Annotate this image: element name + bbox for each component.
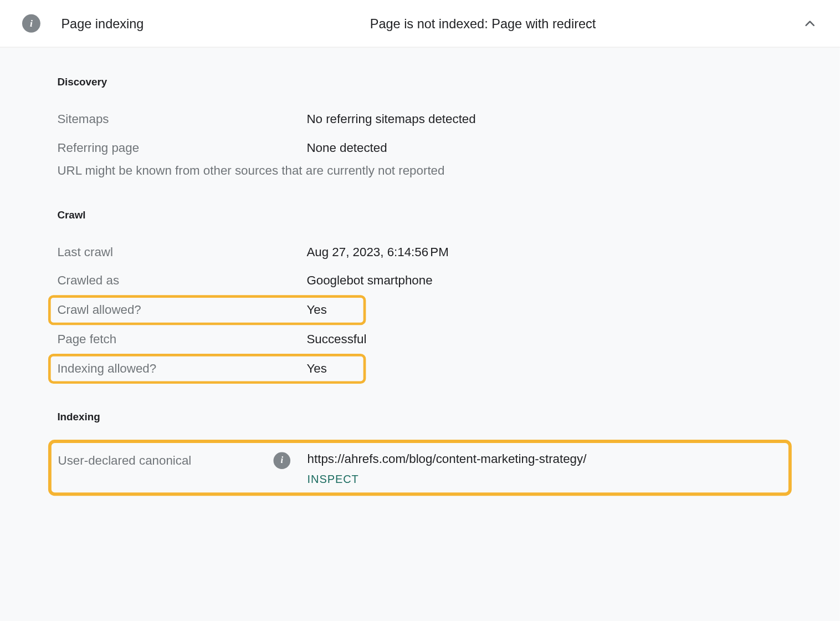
last-crawl-row: Last crawl Aug 27, 2023, 6:14:56 PM: [57, 238, 782, 267]
user-declared-canonical-row: User-declared canonical i https://ahrefs…: [48, 440, 792, 496]
info-icon: i: [22, 14, 40, 33]
crawl-allowed-label: Crawl allowed?: [57, 303, 306, 317]
sitemaps-value: No referring sitemaps detected: [306, 112, 475, 126]
referring-page-row: Referring page None detected: [57, 134, 782, 162]
last-crawl-label: Last crawl: [57, 245, 306, 259]
referring-page-value: None detected: [306, 141, 387, 155]
crawled-as-value: Googlebot smartphone: [306, 273, 432, 288]
crawled-as-row: Crawled as Googlebot smartphone: [57, 267, 782, 296]
indexing-allowed-label: Indexing allowed?: [57, 362, 306, 376]
crawled-as-label: Crawled as: [57, 273, 306, 288]
last-crawl-value: Aug 27, 2023, 6:14:56 PM: [306, 245, 448, 259]
info-icon[interactable]: i: [273, 452, 290, 469]
indexing-allowed-value: Yes: [306, 362, 326, 376]
indexing-allowed-row: Indexing allowed? Yes: [48, 354, 366, 384]
canonical-url: https://ahrefs.com/blog/content-marketin…: [308, 450, 587, 473]
discovery-heading: Discovery: [57, 76, 782, 88]
canonical-label: User-declared canonical: [58, 454, 192, 468]
page-fetch-value: Successful: [306, 332, 366, 347]
indexing-heading: Indexing: [57, 411, 782, 423]
crawl-heading: Crawl: [57, 209, 782, 221]
header-title: Page indexing: [61, 16, 370, 31]
page-fetch-label: Page fetch: [57, 332, 306, 347]
page-fetch-row: Page fetch Successful: [57, 325, 782, 354]
sitemaps-row: Sitemaps No referring sitemaps detected: [57, 105, 782, 134]
header-status: Page is not indexed: Page with redirect: [370, 16, 596, 31]
referring-page-label: Referring page: [57, 141, 306, 155]
crawl-allowed-value: Yes: [306, 303, 326, 317]
inspect-button[interactable]: INSPECT: [308, 473, 587, 486]
discovery-note: URL might be known from other sources th…: [57, 164, 782, 178]
crawl-allowed-row: Crawl allowed? Yes: [48, 295, 366, 325]
chevron-up-icon[interactable]: [802, 16, 818, 31]
page-indexing-header[interactable]: i Page indexing Page is not indexed: Pag…: [0, 0, 840, 48]
sitemaps-label: Sitemaps: [57, 112, 306, 126]
